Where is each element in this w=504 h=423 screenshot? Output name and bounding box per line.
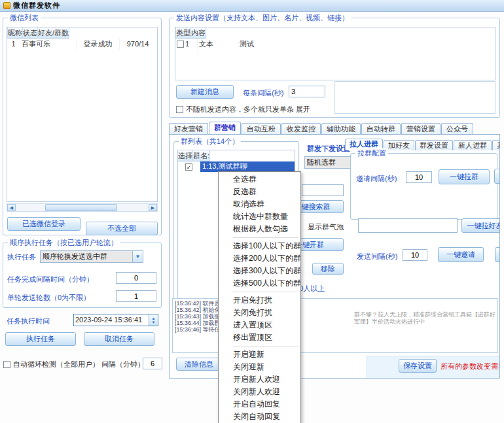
main-tab[interactable]: 自动转群 — [361, 123, 401, 134]
main-tab[interactable]: 公众号 — [441, 123, 473, 134]
task-panel: 顺序执行任务（按已选用户轮流） 执行任务 顺序轮换发送选中群 ▼ 任务完成间隔时… — [3, 243, 162, 308]
context-menu-item[interactable]: 进入置顶区 — [219, 319, 300, 331]
pull-all-button[interactable]: 全部拉群 — [494, 169, 500, 184]
title-bar: 微信群发软件 — [0, 0, 504, 12]
content-table-header: 类型内容 — [175, 27, 495, 39]
window-title: 微信群发软件 — [13, 1, 60, 10]
pull-group-button[interactable]: 一键拉群 — [439, 169, 490, 184]
pull-config-panel: 拉群配置 邀请间隔(秒) 一键拉群 — [350, 153, 497, 220]
main-tab[interactable]: 自动互粉 — [242, 123, 281, 134]
content-type: 文本 — [198, 39, 238, 50]
task-panel-title: 顺序执行任务（按已选用户轮流） — [8, 238, 120, 248]
content-table-header-cell: 类型 — [176, 27, 191, 39]
group-list-header-cell: 群名: — [193, 150, 210, 161]
right-tab[interactable]: 其他 — [492, 140, 500, 150]
task-rounds-label: 单轮发送轮数（0为不限） — [7, 293, 90, 303]
invite-gap-input[interactable] — [406, 171, 432, 183]
cancel-task-button[interactable]: 取消任务 — [84, 332, 154, 346]
main-tab[interactable]: 收发监控 — [281, 123, 321, 134]
invite-button[interactable]: 一键邀请 — [438, 247, 484, 262]
context-menu-item[interactable]: 移出置顶区 — [219, 331, 300, 344]
save-settings-button[interactable]: 保存设置 — [399, 359, 437, 373]
exec-task-label: 执行任务 — [7, 252, 36, 262]
right-tab[interactable]: 群发设置 — [415, 140, 453, 150]
wechat-table-header-cell: 状态 — [23, 27, 38, 39]
content-row-checkbox[interactable] — [177, 41, 184, 48]
group-row-name: 1:13,测试群聊 — [200, 161, 295, 172]
context-menu-item[interactable]: 开启自动回复 — [219, 398, 300, 411]
context-menu-item[interactable]: 反选群 — [219, 186, 300, 198]
context-menu-item[interactable] — [233, 237, 298, 238]
select-all-button[interactable]: 不选全部 — [86, 222, 158, 235]
task-rounds-input[interactable] — [116, 290, 156, 302]
main-tab[interactable]: 营销设置 — [401, 123, 441, 134]
wechat-table-header-cell: 昵称 — [8, 27, 23, 39]
start-task-button[interactable]: 执行任务 — [5, 332, 76, 346]
context-menu-item[interactable] — [233, 292, 298, 292]
context-menu-item[interactable]: 关闭迎新 — [219, 361, 300, 373]
context-menu-item[interactable]: 开启免打扰 — [219, 294, 300, 307]
wechat-table-header-cell: 好友/群数 — [38, 27, 69, 39]
exec-task-select[interactable]: 顺序轮换发送选中群 ▼ — [40, 250, 143, 263]
context-menu-item[interactable]: 全选群 — [219, 173, 300, 186]
scroll-left-icon[interactable]: ◀ — [7, 204, 16, 211]
send-mode-label: 群发下发设置 — [307, 144, 350, 154]
right-tab[interactable]: 新人进群 — [454, 140, 492, 150]
context-menu-item[interactable]: 选择300人以下的群 — [219, 265, 300, 277]
clear-log-button[interactable]: 清除信息 — [176, 358, 222, 371]
group-row-selected[interactable]: ✓ 1:13,测试群聊 — [178, 161, 295, 172]
main-tab[interactable]: 群营销 — [209, 122, 241, 134]
auto-check-checkbox[interactable] — [3, 361, 10, 368]
context-menu-item[interactable]: 选择500人以下的群 — [219, 277, 300, 290]
spinner-icon[interactable]: ▲▼ — [149, 314, 158, 326]
send-gap-input[interactable] — [403, 249, 427, 261]
wechat-list-panel: 微信列表 昵称状态好友/群数 1 百事可乐 登录成功 970/14 ◀ ▶ 已选… — [3, 18, 162, 235]
task-interval-input[interactable] — [116, 272, 156, 284]
pull-friend-input[interactable] — [358, 218, 458, 233]
wechat-login-button[interactable]: 已选微信登录 — [7, 217, 81, 231]
group-search-input[interactable] — [302, 184, 344, 196]
invite-all-button[interactable]: 全部邀请 — [495, 247, 500, 262]
message-preview-box[interactable] — [334, 81, 495, 114]
group-context-menu: 全选群反选群取消选群统计选中群数量根据群人数勾选选择100人以下的群选择200人… — [218, 171, 301, 423]
table-row[interactable]: 1 百事可乐 登录成功 970/14 — [7, 39, 157, 50]
context-menu-item[interactable]: 开启新人欢迎 — [219, 373, 300, 386]
new-message-button[interactable]: 新建消息 — [176, 85, 234, 99]
context-menu-item[interactable]: 选择100人以下的群 — [219, 240, 300, 252]
main-tab[interactable]: 好友营销 — [169, 123, 208, 134]
wechat-table-hscrollbar[interactable]: ◀ ▶ — [7, 203, 158, 212]
pull-config-title: 拉群配置 — [355, 148, 388, 158]
content-table-body: 1 文本 测试 — [175, 39, 495, 50]
main-tab-strip: 好友营销群营销自动互粉收发监控辅助功能自动转群营销设置公众号 — [169, 122, 473, 134]
remove-group-button[interactable]: 移除 — [312, 263, 344, 275]
random-send-checkbox[interactable] — [176, 106, 183, 113]
random-send-label: 不随机发送内容，多个就只发单条 展开 — [186, 105, 310, 114]
wechat-table-header: 昵称状态好友/群数 — [7, 27, 157, 39]
right-tab[interactable]: 加好友 — [384, 140, 414, 150]
context-menu-item[interactable]: 统计选中群数量 — [219, 211, 300, 223]
log-notice: 群不够？拉人无上限，精准群综合营销工具箱【进群好军团】半价活动火热进行中 — [354, 311, 495, 328]
context-menu-item[interactable]: 取消选群 — [219, 198, 300, 211]
chevron-down-icon[interactable]: ▼ — [132, 251, 143, 262]
message-gap-input[interactable] — [289, 86, 325, 97]
context-menu-item[interactable]: 关闭自动回复 — [219, 411, 300, 423]
context-menu-item[interactable]: 选择200人以下的群 — [219, 252, 300, 265]
random-send-row: 不随机发送内容，多个就只发单条 展开 — [176, 105, 310, 114]
wechat-table[interactable]: 昵称状态好友/群数 1 百事可乐 登录成功 970/14 — [7, 27, 158, 202]
content-row[interactable]: 1 文本 测试 — [175, 39, 495, 50]
group-list-header: 选择群名: — [178, 150, 295, 161]
context-menu-item[interactable]: 关闭新人欢迎 — [219, 386, 300, 398]
content-table[interactable]: 类型内容 1 文本 测试 — [175, 27, 495, 80]
main-tab[interactable]: 辅助功能 — [321, 123, 361, 134]
group-row-checkbox[interactable]: ✓ — [185, 163, 192, 171]
exec-time-picker[interactable]: 2023-09-24 15:36:41 ▲▼ — [73, 314, 158, 326]
context-menu-item[interactable] — [233, 346, 298, 347]
auto-check-interval-input[interactable] — [143, 358, 162, 369]
scroll-thumb[interactable] — [45, 204, 117, 211]
context-menu-item[interactable]: 根据群人数勾选 — [219, 223, 300, 235]
scroll-right-icon[interactable]: ▶ — [149, 204, 157, 211]
content-table-header-cell: 内容 — [191, 27, 206, 39]
pull-friend-button[interactable]: 一键拉好友 — [461, 218, 500, 233]
context-menu-item[interactable]: 开启迎新 — [219, 348, 300, 361]
context-menu-item[interactable]: 关闭免打扰 — [219, 307, 300, 319]
